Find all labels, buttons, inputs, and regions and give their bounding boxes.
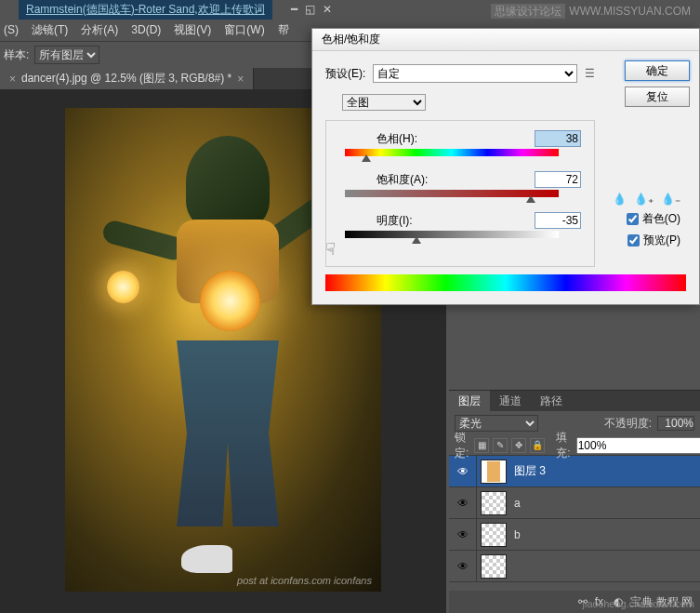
preset-label: 预设(E): bbox=[325, 66, 365, 82]
hue-slider[interactable] bbox=[345, 149, 559, 158]
lock-all-icon[interactable]: 🔒 bbox=[530, 438, 545, 453]
tab-channels[interactable]: 通道 bbox=[490, 391, 531, 411]
layer-name: b bbox=[510, 528, 521, 541]
fill-input[interactable] bbox=[576, 437, 700, 454]
lightness-input[interactable] bbox=[535, 212, 581, 229]
preset-select[interactable]: 自定 bbox=[373, 64, 577, 83]
layer-row[interactable]: 👁 bbox=[449, 551, 700, 582]
menu-filter[interactable]: 滤镜(T) bbox=[32, 22, 68, 38]
visibility-eye-icon[interactable]: 👁 bbox=[449, 456, 477, 486]
lock-pixels-icon[interactable]: ✎ bbox=[493, 438, 508, 453]
layers-panel: 图层 通道 路径 柔光 不透明度: 锁定: ▦ ✎ ✥ 🔒 填充: 👁 图层 3… bbox=[449, 390, 700, 613]
menu-help[interactable]: 帮 bbox=[278, 22, 289, 38]
ok-button[interactable]: 确定 bbox=[625, 60, 690, 81]
dialog-title: 色相/饱和度 bbox=[312, 29, 699, 51]
saturation-label: 饱和度(A): bbox=[376, 172, 428, 188]
menu-view[interactable]: 视图(V) bbox=[174, 22, 211, 38]
sample-select[interactable]: 所有图层 bbox=[34, 46, 99, 64]
window-title: Rammstein(德国战车)-Roter Sand,欢迎上传歌词 bbox=[19, 0, 272, 20]
menu-s[interactable]: (S) bbox=[4, 23, 19, 36]
document-tab-title: dancer(4).jpg @ 12.5% (图层 3, RGB/8#) * bbox=[21, 71, 231, 87]
lightness-slider[interactable] bbox=[345, 231, 559, 240]
page-watermark: jiaocheng.chazidian.com bbox=[583, 598, 694, 609]
lock-transparent-icon[interactable]: ▦ bbox=[474, 438, 489, 453]
lock-position-icon[interactable]: ✥ bbox=[511, 438, 526, 453]
visibility-eye-icon[interactable]: 👁 bbox=[449, 519, 477, 550]
visibility-eye-icon[interactable]: 👁 bbox=[449, 487, 477, 518]
canvas-watermark: post at iconfans.com iconfans bbox=[237, 575, 372, 586]
layer-name: a bbox=[510, 497, 521, 510]
layer-name: 图层 3 bbox=[510, 463, 546, 479]
opacity-label: 不透明度: bbox=[604, 416, 652, 432]
hue-saturation-dialog: 色相/饱和度 确定 复位 预设(E): 自定 ☰ 全图 色相(H): bbox=[311, 28, 700, 305]
layer-row[interactable]: 👁 图层 3 bbox=[449, 456, 700, 487]
preview-checkbox[interactable] bbox=[627, 234, 640, 247]
eyedropper-plus-icon[interactable]: 💧₊ bbox=[634, 193, 654, 206]
close-button[interactable]: ✕ bbox=[323, 3, 332, 16]
preview-label: 预览(P) bbox=[643, 233, 680, 248]
close-x-left[interactable]: × bbox=[9, 73, 16, 86]
hue-input[interactable] bbox=[535, 130, 581, 147]
saturation-input[interactable] bbox=[535, 171, 581, 188]
sample-label: 样本: bbox=[4, 47, 29, 63]
menu-analysis[interactable]: 分析(A) bbox=[81, 22, 118, 38]
master-select[interactable]: 全图 bbox=[342, 94, 426, 111]
eyedropper-icon[interactable]: 💧 bbox=[613, 193, 627, 206]
colorize-checkbox[interactable] bbox=[627, 213, 639, 225]
preset-menu-icon[interactable]: ☰ bbox=[585, 67, 595, 80]
maximize-button[interactable]: ◱ bbox=[305, 3, 315, 16]
document-tab[interactable]: × dancer(4).jpg @ 12.5% (图层 3, RGB/8#) *… bbox=[0, 68, 254, 89]
layer-row[interactable]: 👁 a bbox=[449, 487, 700, 519]
scrubby-hand-icon[interactable]: ☟ bbox=[325, 239, 336, 260]
lightness-label: 明度(I): bbox=[376, 213, 413, 229]
menu-3d[interactable]: 3D(D) bbox=[131, 23, 161, 36]
close-x-right[interactable]: × bbox=[237, 73, 244, 86]
reset-button[interactable]: 复位 bbox=[625, 87, 690, 107]
visibility-eye-icon[interactable]: 👁 bbox=[449, 551, 477, 581]
layer-row[interactable]: 👁 b bbox=[449, 519, 700, 551]
spectrum-bar bbox=[325, 274, 686, 291]
tab-layers[interactable]: 图层 bbox=[449, 391, 490, 411]
tab-paths[interactable]: 路径 bbox=[531, 391, 572, 411]
fill-label: 填充: bbox=[556, 430, 570, 461]
colorize-label: 着色(O) bbox=[642, 211, 680, 227]
hue-label: 色相(H): bbox=[376, 131, 417, 147]
opacity-input[interactable] bbox=[657, 416, 694, 431]
minimize-button[interactable]: ━ bbox=[291, 3, 297, 16]
saturation-slider[interactable] bbox=[345, 190, 559, 199]
forum-branding: 思缘设计论坛WWW.MISSYUAN.COM bbox=[491, 4, 691, 20]
menu-window[interactable]: 窗口(W) bbox=[224, 22, 264, 38]
eyedropper-minus-icon[interactable]: 💧₋ bbox=[661, 193, 680, 206]
